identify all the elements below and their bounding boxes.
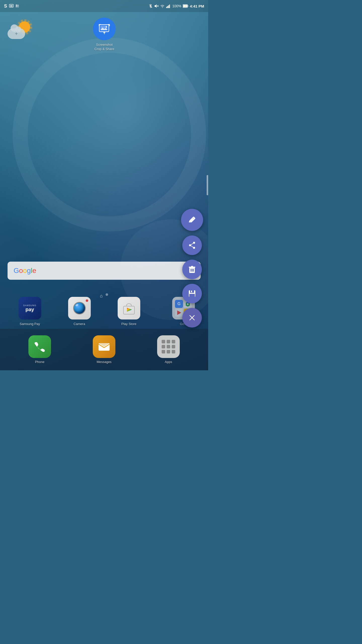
- samsung-pay-app[interactable]: SAMSUNG pay Samsung Pay: [11, 297, 49, 326]
- apps-dot-4: [162, 345, 165, 348]
- save-icon: [188, 290, 196, 297]
- apps-dot-1: [162, 340, 165, 343]
- svg-rect-44: [191, 291, 192, 292]
- bottom-dock: Phone Messages: [0, 329, 208, 370]
- svg-rect-41: [193, 269, 194, 272]
- camera-app[interactable]: Camera: [61, 297, 98, 326]
- fab-edit-button[interactable]: [181, 209, 203, 231]
- apps-dock-item[interactable]: Apps: [150, 335, 187, 364]
- messages-svg-icon: [98, 341, 111, 353]
- play-store-app[interactable]: Play Store: [110, 297, 148, 326]
- svg-line-35: [191, 246, 193, 247]
- samsung-s-icon: S: [4, 4, 7, 9]
- status-bar: S 翻 100% 4:41 PM: [0, 0, 208, 12]
- page-indicator-2: [106, 293, 108, 296]
- phone-icon: [28, 335, 51, 358]
- messages-dock-label: Messages: [97, 360, 111, 364]
- svg-point-18: [106, 26, 107, 28]
- svg-rect-13: [188, 5, 188, 7]
- page-indicators: ⌂: [0, 293, 208, 299]
- google-search-bar[interactable]: Google: [8, 262, 201, 280]
- weather-add-icon: +: [15, 31, 18, 37]
- play-store-bag-icon: [121, 301, 137, 316]
- share-icon: [188, 241, 196, 249]
- svg-rect-1: [10, 5, 13, 7]
- volume-mute-icon: [154, 4, 159, 8]
- camera-lens: [73, 302, 86, 314]
- messages-icon: [93, 335, 115, 358]
- close-icon: [189, 314, 196, 321]
- screenshot-crop-share-app[interactable]: ScreenshotCrop & Share: [93, 18, 116, 51]
- svg-line-2: [150, 6, 151, 7]
- wifi-icon: [160, 4, 165, 8]
- battery-icon: [183, 4, 188, 8]
- svg-rect-38: [191, 266, 193, 267]
- apps-dots-grid: [159, 337, 178, 356]
- svg-rect-8: [166, 7, 167, 8]
- apps-dock-label: Apps: [165, 360, 172, 364]
- screenshot-app-label: ScreenshotCrop & Share: [95, 43, 114, 51]
- screenshot-notification-icon: [9, 4, 14, 8]
- phone-dock-label: Phone: [35, 360, 44, 364]
- svg-rect-40: [192, 269, 193, 272]
- apps-icon: [157, 335, 180, 358]
- screenshot-crop-share-icon: [93, 18, 116, 40]
- trash-icon: [188, 265, 196, 273]
- camera-dot: [86, 299, 88, 302]
- phone-dock-item[interactable]: Phone: [21, 335, 59, 364]
- phone-svg-icon: [34, 341, 46, 353]
- cloud-icon: +: [8, 28, 25, 39]
- play-store-icon: [118, 297, 140, 319]
- scroll-indicator: [207, 175, 208, 195]
- bluetooth-icon: [149, 4, 153, 8]
- screenshot-svg-icon: [98, 23, 111, 35]
- google-logo: Google: [14, 267, 36, 275]
- notification-icon: 翻: [16, 4, 19, 8]
- camera-label: Camera: [73, 322, 85, 326]
- dock-apps-row: SAMSUNG pay Samsung Pay Camera: [0, 297, 208, 326]
- svg-rect-10: [168, 5, 169, 8]
- apps-dot-3: [172, 340, 175, 343]
- samsung-pay-icon: SAMSUNG pay: [19, 297, 41, 319]
- svg-point-32: [189, 244, 191, 246]
- fab-delete-button[interactable]: [182, 260, 202, 279]
- svg-marker-28: [177, 310, 181, 315]
- home-page-indicator: ⌂: [100, 293, 103, 299]
- svg-rect-39: [191, 269, 191, 272]
- weather-icon: +: [8, 21, 30, 39]
- samsung-pay-label: Samsung Pay: [20, 322, 40, 326]
- fab-speed-dial: [181, 209, 203, 328]
- svg-line-34: [191, 243, 193, 245]
- apps-dot-9: [172, 350, 175, 353]
- svg-rect-22: [109, 24, 110, 26]
- apps-dot-8: [167, 350, 170, 353]
- svg-marker-5: [155, 4, 157, 8]
- fab-share-button[interactable]: [182, 235, 202, 255]
- weather-widget[interactable]: +: [8, 21, 30, 39]
- status-time: 4:41 PM: [190, 4, 204, 8]
- battery-percent: 100%: [172, 4, 181, 8]
- apps-dot-5: [167, 345, 170, 348]
- svg-point-31: [193, 242, 195, 244]
- pencil-icon: [188, 215, 197, 224]
- play-store-label: Play Store: [121, 322, 137, 326]
- apps-dot-6: [172, 345, 175, 348]
- svg-rect-20: [99, 24, 100, 26]
- signal-icon: [166, 4, 171, 8]
- svg-point-33: [193, 247, 195, 249]
- svg-rect-11: [169, 5, 170, 8]
- svg-rect-45: [189, 294, 195, 297]
- camera-icon: [68, 297, 91, 319]
- status-bar-left: S 翻: [4, 4, 19, 9]
- apps-dot-7: [162, 350, 165, 353]
- messages-dock-item[interactable]: Messages: [85, 335, 123, 364]
- fab-save-button[interactable]: [182, 284, 202, 303]
- svg-rect-9: [167, 6, 168, 8]
- status-bar-right: 100% 4:41 PM: [149, 4, 204, 8]
- apps-dot-2: [167, 340, 170, 343]
- fab-close-button[interactable]: [182, 308, 202, 328]
